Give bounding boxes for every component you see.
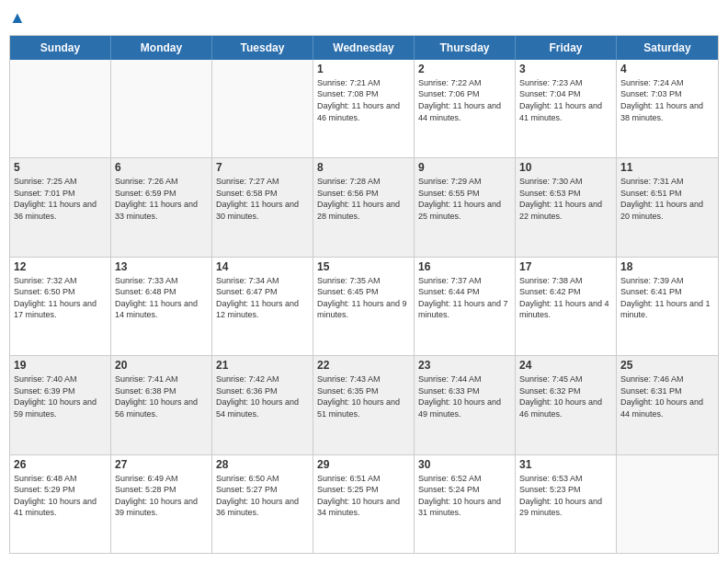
calendar-cell: 12Sunrise: 7:32 AM Sunset: 6:50 PM Dayli…: [10, 258, 111, 355]
day-number: 14: [216, 260, 309, 273]
day-number: 27: [115, 458, 208, 471]
day-number: 5: [14, 161, 107, 174]
calendar-cell: 5Sunrise: 7:25 AM Sunset: 7:01 PM Daylig…: [10, 158, 111, 256]
calendar-cell: 7Sunrise: 7:27 AM Sunset: 6:58 PM Daylig…: [212, 158, 313, 256]
day-info: Sunrise: 7:22 AM Sunset: 7:06 PM Dayligh…: [418, 77, 511, 123]
calendar-cell: 4Sunrise: 7:24 AM Sunset: 7:03 PM Daylig…: [617, 60, 718, 157]
day-number: 26: [14, 458, 107, 471]
day-number: 12: [14, 260, 107, 273]
day-info: Sunrise: 6:48 AM Sunset: 5:29 PM Dayligh…: [14, 473, 107, 519]
day-number: 7: [216, 161, 309, 174]
day-info: Sunrise: 7:37 AM Sunset: 6:44 PM Dayligh…: [418, 275, 511, 321]
day-number: 19: [14, 359, 107, 372]
day-info: Sunrise: 7:46 AM Sunset: 6:31 PM Dayligh…: [620, 373, 714, 419]
calendar-cell: 11Sunrise: 7:31 AM Sunset: 6:51 PM Dayli…: [617, 158, 718, 256]
calendar-row-2: 12Sunrise: 7:32 AM Sunset: 6:50 PM Dayli…: [10, 257, 718, 355]
calendar-row-4: 26Sunrise: 6:48 AM Sunset: 5:29 PM Dayli…: [10, 454, 718, 553]
day-number: 3: [519, 63, 612, 75]
day-number: 30: [418, 458, 511, 471]
calendar-cell: 30Sunrise: 6:52 AM Sunset: 5:24 PM Dayli…: [415, 455, 516, 553]
day-info: Sunrise: 7:34 AM Sunset: 6:47 PM Dayligh…: [216, 275, 309, 321]
day-info: Sunrise: 6:52 AM Sunset: 5:24 PM Dayligh…: [418, 473, 511, 519]
day-info: Sunrise: 7:43 AM Sunset: 6:35 PM Dayligh…: [317, 373, 410, 419]
day-info: Sunrise: 7:23 AM Sunset: 7:04 PM Dayligh…: [519, 77, 612, 123]
day-info: Sunrise: 7:41 AM Sunset: 6:38 PM Dayligh…: [115, 373, 208, 419]
day-number: 29: [317, 458, 410, 471]
calendar-cell: [212, 60, 313, 157]
logo: ▲: [9, 9, 26, 28]
day-info: Sunrise: 6:49 AM Sunset: 5:28 PM Dayligh…: [115, 473, 208, 519]
logo-triangle: ▲: [9, 8, 26, 27]
day-info: Sunrise: 7:33 AM Sunset: 6:48 PM Dayligh…: [115, 275, 208, 321]
calendar-cell: 18Sunrise: 7:39 AM Sunset: 6:41 PM Dayli…: [617, 258, 718, 355]
calendar-cell: 13Sunrise: 7:33 AM Sunset: 6:48 PM Dayli…: [111, 258, 212, 355]
day-info: Sunrise: 7:45 AM Sunset: 6:32 PM Dayligh…: [519, 373, 612, 419]
calendar-cell: 15Sunrise: 7:35 AM Sunset: 6:45 PM Dayli…: [313, 258, 415, 355]
calendar-row-3: 19Sunrise: 7:40 AM Sunset: 6:39 PM Dayli…: [10, 355, 718, 454]
day-number: 23: [418, 359, 511, 372]
day-number: 10: [519, 161, 612, 174]
day-number: 17: [519, 260, 612, 273]
weekday-header-wednesday: Wednesday: [313, 36, 415, 60]
calendar-cell: [617, 455, 718, 553]
calendar: SundayMondayTuesdayWednesdayThursdayFrid…: [9, 35, 719, 554]
calendar-cell: 1Sunrise: 7:21 AM Sunset: 7:08 PM Daylig…: [313, 60, 415, 157]
day-number: 15: [317, 260, 410, 273]
calendar-cell: [10, 60, 111, 157]
calendar-cell: 25Sunrise: 7:46 AM Sunset: 6:31 PM Dayli…: [617, 356, 718, 454]
day-info: Sunrise: 7:32 AM Sunset: 6:50 PM Dayligh…: [14, 275, 107, 321]
day-number: 31: [519, 458, 612, 471]
day-info: Sunrise: 7:30 AM Sunset: 6:53 PM Dayligh…: [519, 176, 612, 222]
calendar-body: 1Sunrise: 7:21 AM Sunset: 7:08 PM Daylig…: [10, 60, 718, 553]
day-number: 2: [418, 63, 511, 75]
calendar-cell: 10Sunrise: 7:30 AM Sunset: 6:53 PM Dayli…: [516, 158, 617, 256]
day-info: Sunrise: 7:31 AM Sunset: 6:51 PM Dayligh…: [620, 176, 714, 222]
weekday-header-sunday: Sunday: [10, 36, 111, 60]
calendar-cell: 26Sunrise: 6:48 AM Sunset: 5:29 PM Dayli…: [10, 455, 111, 553]
calendar-cell: 14Sunrise: 7:34 AM Sunset: 6:47 PM Dayli…: [212, 258, 313, 355]
day-number: 13: [115, 260, 208, 273]
page: ▲ SundayMondayTuesdayWednesdayThursdayFr…: [0, 0, 728, 563]
calendar-cell: 3Sunrise: 7:23 AM Sunset: 7:04 PM Daylig…: [516, 60, 617, 157]
calendar-row-0: 1Sunrise: 7:21 AM Sunset: 7:08 PM Daylig…: [10, 60, 718, 157]
day-info: Sunrise: 7:39 AM Sunset: 6:41 PM Dayligh…: [620, 275, 714, 321]
day-number: 11: [620, 161, 714, 174]
calendar-cell: 27Sunrise: 6:49 AM Sunset: 5:28 PM Dayli…: [111, 455, 212, 553]
day-info: Sunrise: 7:38 AM Sunset: 6:42 PM Dayligh…: [519, 275, 612, 321]
weekday-header-thursday: Thursday: [415, 36, 516, 60]
day-number: 28: [216, 458, 309, 471]
header: ▲: [9, 9, 719, 28]
day-info: Sunrise: 7:28 AM Sunset: 6:56 PM Dayligh…: [317, 176, 410, 222]
day-info: Sunrise: 7:29 AM Sunset: 6:55 PM Dayligh…: [418, 176, 511, 222]
weekday-header-friday: Friday: [516, 36, 617, 60]
day-info: Sunrise: 7:26 AM Sunset: 6:59 PM Dayligh…: [115, 176, 208, 222]
weekday-header-monday: Monday: [111, 36, 212, 60]
day-info: Sunrise: 7:42 AM Sunset: 6:36 PM Dayligh…: [216, 373, 309, 419]
day-number: 8: [317, 161, 410, 174]
day-number: 18: [620, 260, 714, 273]
calendar-cell: 29Sunrise: 6:51 AM Sunset: 5:25 PM Dayli…: [313, 455, 415, 553]
calendar-cell: 16Sunrise: 7:37 AM Sunset: 6:44 PM Dayli…: [415, 258, 516, 355]
calendar-cell: 2Sunrise: 7:22 AM Sunset: 7:06 PM Daylig…: [415, 60, 516, 157]
day-number: 9: [418, 161, 511, 174]
day-number: 21: [216, 359, 309, 372]
calendar-cell: 28Sunrise: 6:50 AM Sunset: 5:27 PM Dayli…: [212, 455, 313, 553]
day-info: Sunrise: 7:35 AM Sunset: 6:45 PM Dayligh…: [317, 275, 410, 321]
calendar-cell: 20Sunrise: 7:41 AM Sunset: 6:38 PM Dayli…: [111, 356, 212, 454]
calendar-cell: 6Sunrise: 7:26 AM Sunset: 6:59 PM Daylig…: [111, 158, 212, 256]
calendar-cell: 24Sunrise: 7:45 AM Sunset: 6:32 PM Dayli…: [516, 356, 617, 454]
weekday-header-saturday: Saturday: [617, 36, 718, 60]
day-info: Sunrise: 7:25 AM Sunset: 7:01 PM Dayligh…: [14, 176, 107, 222]
calendar-cell: 8Sunrise: 7:28 AM Sunset: 6:56 PM Daylig…: [313, 158, 415, 256]
day-info: Sunrise: 6:51 AM Sunset: 5:25 PM Dayligh…: [317, 473, 410, 519]
day-info: Sunrise: 7:24 AM Sunset: 7:03 PM Dayligh…: [620, 77, 714, 123]
day-info: Sunrise: 7:21 AM Sunset: 7:08 PM Dayligh…: [317, 77, 410, 123]
day-number: 6: [115, 161, 208, 174]
day-number: 4: [620, 63, 714, 75]
day-number: 24: [519, 359, 612, 372]
calendar-cell: 23Sunrise: 7:44 AM Sunset: 6:33 PM Dayli…: [415, 356, 516, 454]
calendar-cell: 21Sunrise: 7:42 AM Sunset: 6:36 PM Dayli…: [212, 356, 313, 454]
calendar-cell: 22Sunrise: 7:43 AM Sunset: 6:35 PM Dayli…: [313, 356, 415, 454]
calendar-cell: [111, 60, 212, 157]
day-number: 25: [620, 359, 714, 372]
